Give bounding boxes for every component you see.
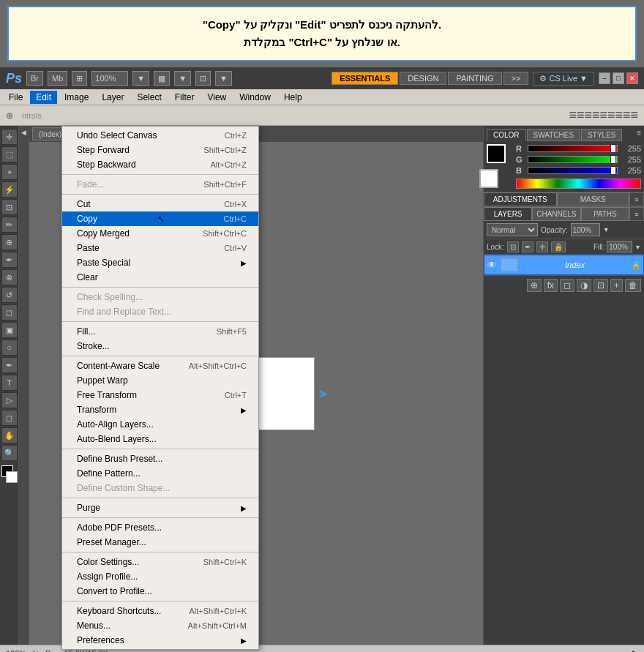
- color-spectrum[interactable]: [516, 179, 641, 189]
- status-arrow-btn[interactable]: ▶: [632, 648, 638, 652]
- panel-options-btn[interactable]: ≡: [637, 129, 641, 141]
- menu-paste[interactable]: Paste Ctrl+V: [62, 241, 258, 255]
- background-swatch[interactable]: [479, 169, 498, 188]
- menu-clear[interactable]: Clear: [62, 270, 258, 285]
- menu-stroke[interactable]: Stroke...: [62, 339, 258, 353]
- pen-tool[interactable]: ✒: [1, 357, 18, 373]
- marquee-tool[interactable]: ⬚: [1, 146, 18, 162]
- gradient-tool[interactable]: ▣: [1, 322, 18, 338]
- menu-edit[interactable]: Edit: [30, 91, 57, 104]
- lock-transparent-icon[interactable]: ⊡: [507, 241, 519, 252]
- menu-cut[interactable]: Cut Ctrl+X: [62, 197, 258, 211]
- shape-tool[interactable]: ◻: [1, 410, 18, 426]
- mini-bridge-btn[interactable]: Mb: [48, 71, 67, 86]
- fill-input[interactable]: [607, 241, 632, 252]
- view3-btn[interactable]: ⊡: [195, 71, 211, 86]
- maximize-btn[interactable]: □: [613, 72, 624, 84]
- menu-fill[interactable]: Fill... Shift+F5: [62, 324, 258, 339]
- menu-color-settings[interactable]: Color Settings... Shift+Ctrl+K: [62, 555, 258, 569]
- heal-tool[interactable]: ⊕: [1, 234, 18, 250]
- menu-step-backward[interactable]: Step Backward Alt+Ctrl+Z: [62, 157, 258, 172]
- color-tab[interactable]: COLOR: [487, 129, 526, 141]
- menu-copy-merged[interactable]: Copy Merged Shift+Ctrl+C: [62, 226, 258, 241]
- layer-row-index[interactable]: 👁 Index 🔒: [484, 255, 644, 275]
- minimize-btn[interactable]: –: [599, 72, 610, 84]
- blue-slider[interactable]: [528, 167, 618, 174]
- collapse-btn[interactable]: ◀: [21, 129, 26, 136]
- menu-transform[interactable]: Transform ▶: [62, 402, 258, 417]
- menu-auto-align[interactable]: Auto-Align Layers...: [62, 417, 258, 432]
- eyedropper-tool[interactable]: ✏: [1, 217, 18, 233]
- adj-options-btn[interactable]: ≡: [629, 192, 644, 206]
- bridge-btn[interactable]: Br: [26, 71, 43, 86]
- eraser-tool[interactable]: ◻: [1, 304, 18, 321]
- menu-define-brush[interactable]: Define Brush Preset...: [62, 451, 258, 466]
- menu-image[interactable]: Image: [59, 91, 94, 104]
- crop-tool[interactable]: ⊡: [1, 199, 18, 215]
- swatches-tab[interactable]: SWATCHES: [527, 129, 581, 141]
- view-btn[interactable]: ▦: [154, 71, 170, 86]
- new-adjustment-btn[interactable]: ◑: [577, 279, 591, 292]
- menu-layer[interactable]: Layer: [96, 91, 130, 104]
- close-btn[interactable]: ✕: [626, 72, 638, 84]
- menu-filter[interactable]: Filter: [169, 91, 201, 104]
- essentials-tab[interactable]: ESSENTIALS: [332, 72, 398, 85]
- menu-pdf-presets[interactable]: Adobe PDF Presets...: [62, 520, 258, 535]
- opacity-input[interactable]: [571, 223, 600, 236]
- new-group-btn[interactable]: ⊡: [594, 279, 608, 292]
- view2-btn[interactable]: ▼: [174, 71, 191, 86]
- menu-window[interactable]: Window: [233, 91, 277, 104]
- lock-all-icon[interactable]: 🔒: [551, 241, 566, 252]
- lasso-tool[interactable]: ⌖: [1, 164, 18, 180]
- menu-paste-special[interactable]: Paste Special ▶: [62, 255, 258, 270]
- add-style-btn[interactable]: fx: [544, 279, 558, 292]
- layer-visibility-icon[interactable]: 👁: [487, 260, 496, 270]
- adjustments-tab[interactable]: ADJUSTMENTS: [484, 192, 557, 206]
- cs-live-btn[interactable]: ⚙ CS Live ▼: [533, 72, 594, 86]
- menu-preset-manager[interactable]: Preset Manager...: [62, 535, 258, 550]
- menu-assign-profile[interactable]: Assign Profile...: [62, 569, 258, 584]
- foreground-swatch[interactable]: [487, 144, 506, 163]
- arrange-btn[interactable]: ⊞: [72, 71, 87, 86]
- menu-undo[interactable]: Undo Select Canvas Ctrl+Z: [62, 128, 258, 143]
- lock-brush-icon[interactable]: ✒: [522, 241, 533, 252]
- menu-define-pattern[interactable]: Define Pattern...: [62, 466, 258, 481]
- menu-menus[interactable]: Menus... Alt+Shift+Ctrl+M: [62, 618, 258, 633]
- menu-file[interactable]: File: [3, 91, 29, 104]
- blend-mode-select[interactable]: Normal Multiply Screen: [487, 223, 538, 236]
- menu-preferences[interactable]: Preferences ▶: [62, 633, 258, 648]
- view4-btn[interactable]: ▼: [215, 71, 232, 86]
- clone-tool[interactable]: ⊗: [1, 269, 18, 285]
- hand-tool[interactable]: ✋: [1, 427, 18, 443]
- type-tool[interactable]: T: [1, 375, 18, 391]
- menu-keyboard-shortcuts[interactable]: Keyboard Shortcuts... Alt+Shift+Ctrl+K: [62, 604, 258, 618]
- path-select-tool[interactable]: ▷: [1, 392, 18, 408]
- zoom-btn[interactable]: ▼: [132, 71, 149, 86]
- masks-tab[interactable]: MASKS: [557, 192, 630, 206]
- menu-puppet-warp[interactable]: Puppet Warp: [62, 373, 258, 388]
- menu-select[interactable]: Select: [131, 91, 167, 104]
- menu-copy[interactable]: Copy Ctrl+C ↖: [62, 211, 258, 226]
- layers-options-btn[interactable]: ≡: [629, 207, 644, 221]
- menu-auto-blend[interactable]: Auto-Blend Layers...: [62, 432, 258, 446]
- add-mask-btn[interactable]: ◻: [560, 279, 574, 292]
- menu-purge[interactable]: Purge ▶: [62, 501, 258, 515]
- channels-tab[interactable]: CHANNELS: [532, 207, 580, 221]
- painting-tab[interactable]: PAINTING: [448, 72, 501, 85]
- brush-tool[interactable]: ✒: [1, 252, 18, 268]
- design-tab[interactable]: DESIGN: [400, 72, 446, 85]
- move-tool[interactable]: ✛: [1, 129, 18, 145]
- paths-tab[interactable]: PATHS: [581, 207, 629, 221]
- fg-bg-colors[interactable]: [1, 465, 18, 483]
- menu-view[interactable]: View: [201, 91, 232, 104]
- fill-dropdown-icon[interactable]: ▼: [634, 244, 641, 251]
- green-slider[interactable]: [528, 156, 618, 163]
- menu-help[interactable]: Help: [278, 91, 308, 104]
- lock-move-icon[interactable]: ✛: [536, 241, 548, 252]
- new-layer-btn[interactable]: +: [610, 279, 623, 292]
- link-layers-btn[interactable]: ⊕: [527, 279, 542, 292]
- menu-convert-profile[interactable]: Convert to Profile...: [62, 584, 258, 599]
- styles-tab[interactable]: STYLES: [581, 129, 622, 141]
- delete-layer-btn[interactable]: 🗑: [625, 279, 641, 292]
- opacity-dropdown-icon[interactable]: ▼: [603, 226, 610, 233]
